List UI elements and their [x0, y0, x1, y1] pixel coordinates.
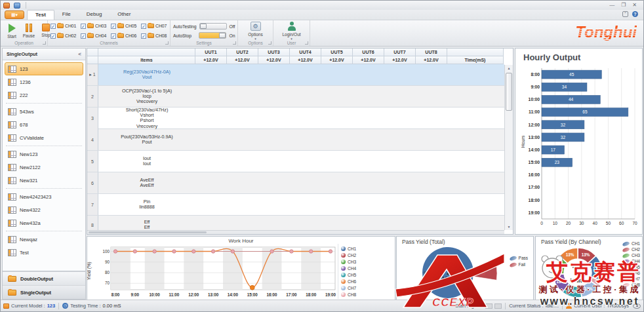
value-cell	[290, 194, 321, 215]
title-bar: — ❐ ✕	[1, 1, 643, 10]
y-axis-label-wrap: Yield (%)	[87, 244, 95, 299]
sidebar-item-new321[interactable]: New321	[5, 174, 83, 187]
sidebar-item-new123[interactable]: New123	[5, 147, 83, 161]
collapse-icon[interactable]: <	[78, 51, 81, 57]
sidebar-item-1236[interactable]: 1236	[5, 75, 83, 88]
start-button[interactable]: Start	[4, 24, 20, 39]
value-cell	[384, 172, 416, 193]
value-cell	[321, 172, 353, 193]
scroll-down-arrow[interactable]: ▼	[505, 224, 513, 230]
vertical-scrollbar[interactable]: ▲ ▼	[504, 65, 513, 230]
channel-checkbox-ch02[interactable]: ✓CH02	[50, 31, 79, 41]
help-icon[interactable]: ?	[632, 11, 638, 17]
toggle-thumb[interactable]	[200, 24, 207, 29]
dialog-launcher-icon[interactable]	[305, 41, 308, 45]
checkbox-icon[interactable]: ✓	[141, 33, 146, 39]
value-cell	[290, 64, 321, 85]
legend-item-ch3: CH3	[341, 259, 356, 265]
checkbox-icon[interactable]: ✓	[81, 33, 86, 39]
tab-debug[interactable]: Debug	[79, 10, 110, 20]
svg-text:14:00: 14:00	[228, 292, 239, 297]
folder-icon	[57, 24, 64, 28]
table-row[interactable]: 2OCP(230Vac/-(1 to 5)A)IocpVrecovery	[87, 86, 504, 107]
group-caption: Channels	[48, 40, 170, 46]
minimize-button[interactable]: —	[609, 2, 614, 9]
quick-access-window-icon[interactable]	[14, 3, 20, 9]
sidebar-item-222[interactable]: 222	[5, 88, 83, 102]
tab-other[interactable]: Other	[110, 10, 138, 20]
sidebar-separator	[6, 231, 82, 231]
sidebar-item-newqaz[interactable]: Newqaz	[5, 233, 83, 246]
table-header-row-2: Items+12.0V+12.0V+12.0V+12.0V+12.0V+12.0…	[87, 56, 504, 64]
tab-test[interactable]: Test	[27, 10, 54, 20]
sidebar-item-123[interactable]: 123	[5, 62, 83, 75]
autotesting-toggle[interactable]	[199, 23, 227, 29]
header-cell-voltage: +12.0V	[290, 56, 321, 64]
svg-text:65: 65	[582, 109, 588, 114]
sidebar-item-new432a[interactable]: New432a	[5, 216, 83, 229]
quick-access-app-icon[interactable]	[3, 3, 10, 9]
sidebar-item-cvvalidate[interactable]: CVValidate	[5, 131, 83, 144]
table-row[interactable]: 4Pout(230Vac/53Hz-0.9A)Pout	[87, 129, 504, 151]
channel-checkbox-ch06[interactable]: ✓CH06	[111, 31, 140, 41]
channel-checkbox-ch07[interactable]: ✓CH07	[141, 22, 170, 31]
sidebar-item-543ws[interactable]: 543ws	[5, 105, 83, 118]
close-button[interactable]: ✕	[632, 2, 637, 9]
app-menu-button[interactable]: ▦▾	[5, 10, 24, 19]
svg-text:30: 30	[579, 221, 584, 225]
login-out-button[interactable]: Login/Out ▾	[279, 22, 305, 41]
value-cell	[227, 194, 258, 215]
table-row[interactable]: 7PinIin8888	[87, 194, 504, 216]
group-caption: User	[273, 40, 310, 46]
channel-checkbox-ch05[interactable]: ✓CH05	[111, 22, 140, 31]
items-cell: IoutIout	[98, 151, 195, 172]
scrollbar-thumb[interactable]	[89, 231, 207, 233]
channel-checkbox-ch03[interactable]: ✓CH03	[81, 22, 110, 31]
eye-icon[interactable]	[633, 303, 641, 309]
restore-button[interactable]: ❐	[621, 2, 626, 9]
sidebar-item-new4322[interactable]: New4322	[5, 203, 83, 216]
checkbox-icon[interactable]: ✓	[81, 24, 86, 29]
tab-file[interactable]: File	[54, 10, 79, 20]
legend-swatch-icon	[341, 279, 346, 284]
table-row[interactable]: 8EffEff	[87, 216, 504, 230]
table-row[interactable]: 5IoutIout	[87, 151, 504, 172]
sidebar-mode-doubleoutput[interactable]: DoubleOutput	[3, 271, 85, 285]
dialog-launcher-icon[interactable]	[233, 41, 236, 45]
checkbox-icon[interactable]: ✓	[111, 33, 116, 39]
dialog-launcher-icon[interactable]	[43, 41, 46, 45]
sidebar-mode-singleoutput[interactable]: SingleOutput	[3, 285, 85, 299]
dialog-launcher-icon[interactable]	[268, 41, 272, 45]
scroll-up-arrow[interactable]: ▲	[505, 65, 513, 71]
checkbox-icon[interactable]: ✓	[50, 33, 56, 39]
checkbox-icon[interactable]: ✓	[111, 24, 116, 29]
horizontal-scrollbar[interactable]	[87, 230, 504, 234]
channel-checkbox-ch04[interactable]: ✓CH04	[81, 31, 110, 41]
value-cell	[353, 86, 384, 107]
pause-button[interactable]: Pause	[21, 24, 37, 39]
work-hour-chart: 7080901008:009:0010:0011:0012:0013:0014:…	[95, 244, 338, 298]
autostop-toggle[interactable]	[199, 32, 226, 39]
checkbox-icon[interactable]: ✓	[50, 24, 56, 29]
options-button[interactable]: ⚙ Options ▾	[248, 22, 264, 41]
scrollbar-thumb[interactable]	[506, 73, 512, 111]
channel-checkbox-ch01[interactable]: ✓CH01	[50, 22, 79, 31]
legend-item-ch1: CH1	[622, 241, 640, 246]
sidebar-item-678[interactable]: 678	[5, 118, 83, 131]
sidebar-item-new2122[interactable]: New2122	[5, 161, 83, 174]
sidebar-item-new42423423[interactable]: New42423423	[5, 190, 83, 203]
toggle-thumb[interactable]	[219, 33, 226, 38]
table-row[interactable]: ▸ 1Reg(230Vac/47Hz-0A)Vout	[87, 64, 504, 86]
svg-text:Total: Total	[571, 263, 584, 269]
checkbox-icon[interactable]: ✓	[141, 24, 146, 29]
table-row[interactable]: 6AveEffAveEff	[87, 172, 504, 194]
value-cell	[321, 151, 353, 172]
legend-item-ch5: CH5	[341, 272, 356, 278]
start-icon	[9, 24, 16, 33]
channel-checkbox-ch08[interactable]: ✓CH08	[141, 31, 170, 41]
sidebar-item-test[interactable]: Test	[5, 246, 83, 259]
table-row[interactable]: 3Short(230Vac/47Hz)VshortPshortVrecovery	[87, 107, 504, 129]
row-number: ▸ 1	[87, 64, 98, 85]
minimize-ribbon-icon[interactable]: ⌃	[622, 11, 628, 17]
dialog-launcher-icon[interactable]	[165, 41, 169, 45]
